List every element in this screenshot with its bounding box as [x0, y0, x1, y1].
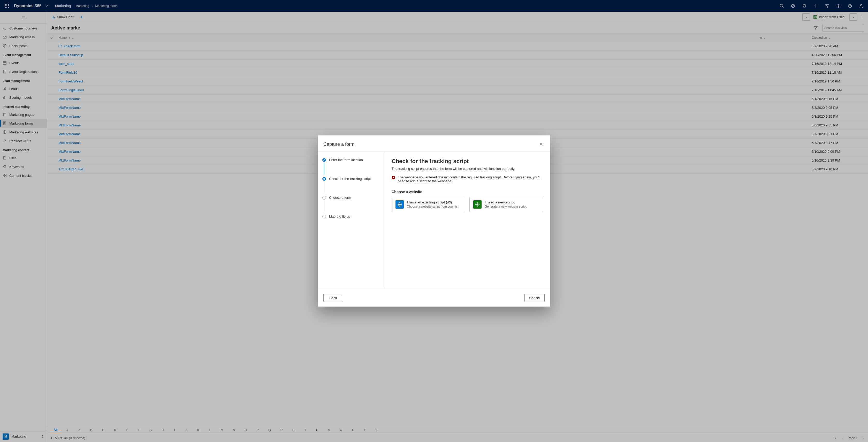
wizard-step-1-label: Enter the form location [329, 158, 363, 162]
modal-overlay: Capture a form Enter the form location C… [0, 0, 868, 442]
dialog-error-text: The webpage you entered doesn't contain … [398, 175, 543, 183]
existing-script-title: I have an existing script (43) [407, 200, 459, 204]
wizard-steps: Enter the form location Check for the tr… [318, 152, 384, 289]
wizard-step-2-label: Check for the tracking script [329, 177, 371, 181]
dialog-close-button[interactable] [537, 140, 545, 148]
wizard-step-4-label: Map the fields [329, 215, 350, 218]
wizard-step-3[interactable]: Choose a form [320, 194, 384, 201]
dialog-subtitle: The tracking script ensures that the for… [392, 167, 543, 170]
capture-form-dialog: Capture a form Enter the form location C… [318, 135, 550, 307]
new-script-sub: Generate a new website script. [485, 205, 527, 208]
dialog-title: Capture a form [323, 141, 354, 147]
back-button[interactable]: Back [323, 294, 343, 302]
wizard-step-2[interactable]: Check for the tracking script [320, 175, 384, 182]
cancel-button[interactable]: Cancel [524, 294, 545, 302]
new-script-card[interactable]: I need a new script Generate a new websi… [469, 197, 543, 212]
new-script-title: I need a new script [485, 200, 527, 204]
dialog-heading: Check for the tracking script [392, 158, 543, 165]
choose-website-label: Choose a website [392, 190, 543, 194]
error-icon [392, 176, 395, 179]
existing-script-card[interactable]: I have an existing script (43) Choose a … [392, 197, 465, 212]
plus-circle-icon [473, 200, 482, 209]
existing-script-sub: Choose a website script from your list. [407, 205, 459, 208]
wizard-step-3-label: Choose a form [329, 196, 351, 199]
wizard-step-4[interactable]: Map the fields [320, 213, 384, 220]
globe-icon [396, 200, 404, 209]
dialog-error: The webpage you entered doesn't contain … [392, 175, 543, 183]
wizard-step-1[interactable]: Enter the form location [320, 156, 384, 163]
